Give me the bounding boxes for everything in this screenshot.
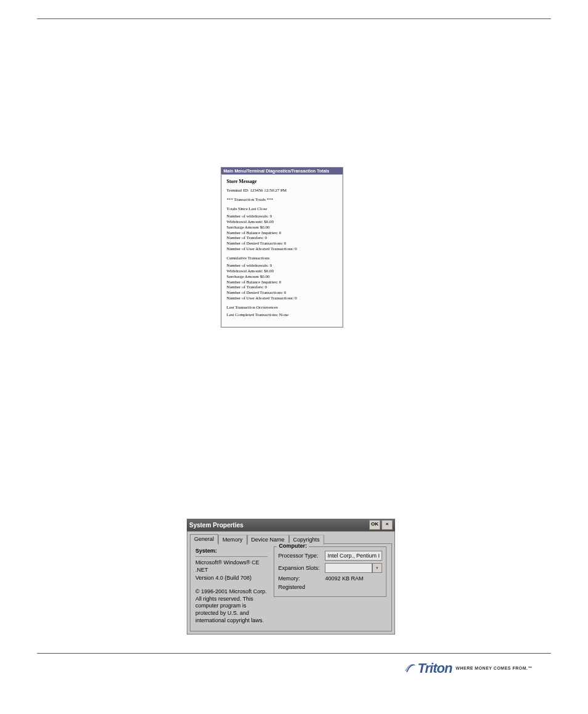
s1l0: Number of withdrawals: 0	[227, 214, 337, 219]
s1l2: Surcharge Amount $0.00	[227, 225, 337, 230]
tab-memory[interactable]: Memory	[218, 535, 247, 545]
store-message-titlebar: Main Menu/Terminal Diagnostics/Transacti…	[221, 168, 343, 174]
close-button[interactable]: ×	[382, 520, 393, 530]
store-message-window: Main Menu/Terminal Diagnostics/Transacti…	[221, 167, 343, 328]
tab-general[interactable]: General	[190, 534, 218, 544]
s2l1: Withdrawal Amount: $0.00	[227, 269, 337, 274]
store-message-heading: Store Message	[227, 179, 337, 184]
processor-type-label: Processor Type:	[278, 553, 325, 559]
system-os: Microsoft® Windows® CE .NET	[195, 559, 267, 574]
logo-brand-text: Triton	[417, 660, 452, 676]
expansion-slots-field[interactable]	[325, 563, 372, 573]
triton-logo: Triton WHERE MONEY COMES FROM.™	[405, 660, 533, 677]
expansion-slots-label: Expansion Slots:	[278, 565, 325, 571]
sysprops-title-text: System Properties	[189, 522, 243, 529]
system-properties-dialog: System Properties OK × General Memory De…	[187, 519, 395, 635]
computer-legend: Computer:	[277, 543, 309, 549]
logo-wisp-icon	[405, 660, 417, 677]
memory-value: 40092 KB RAM	[325, 575, 363, 582]
registered-label: Registered	[278, 584, 325, 590]
s2l4: Number of Transfers: 0	[227, 285, 337, 290]
expansion-slots-dropdown[interactable]: ▾	[372, 563, 382, 573]
top-divider	[37, 18, 551, 19]
chevron-down-icon: ▾	[376, 566, 378, 570]
page-footer: Triton WHERE MONEY COMES FROM.™	[37, 660, 551, 677]
terminal-id-line: Terminal ID: 123456 12:50:27 PM	[227, 188, 337, 193]
bottom-divider	[37, 653, 551, 654]
s2l3: Number of Balance Inquiries: 0	[227, 280, 337, 285]
system-copyright: © 1996-2001 Microsoft Corp. All rights r…	[195, 588, 267, 624]
s1l3: Number of Balance Inquiries: 0	[227, 230, 337, 236]
s1l4: Number of Transfers: 0	[227, 235, 337, 241]
since-last-close-title: Totals Since Last Close	[227, 206, 337, 212]
s2l0: Number of withdrawals: 0	[227, 263, 337, 269]
processor-type-field[interactable]: Intel Corp., Pentium I	[325, 551, 382, 561]
totals-header: *** Transaction Totals ***	[227, 197, 337, 203]
system-version: Version 4.0 (Build 708)	[195, 575, 267, 582]
s2l5: Number of Denied Transactions: 0	[227, 290, 337, 296]
last-occurrences-title: Last Transaction Occurrences	[227, 305, 337, 310]
system-label: System:	[195, 548, 217, 554]
last-completed-line: Last Completed Transactions: None	[227, 312, 337, 318]
cumulative-title: Cumulative Transactions	[227, 256, 337, 261]
sysprops-titlebar: System Properties OK ×	[187, 519, 395, 531]
s1l6: Number of User Aborted Transactions: 0	[227, 246, 337, 252]
s1l5: Number of Denied Transactions: 0	[227, 241, 337, 246]
logo-tagline: WHERE MONEY COMES FROM.™	[455, 666, 533, 670]
s1l1: Withdrawal Amount: $0.00	[227, 219, 337, 225]
s2l6: Number of User Aborted Transactions: 0	[227, 296, 337, 301]
s2l2: Surcharge Amount $0.00	[227, 274, 337, 280]
memory-label: Memory:	[278, 575, 325, 582]
ok-button[interactable]: OK	[369, 520, 380, 530]
